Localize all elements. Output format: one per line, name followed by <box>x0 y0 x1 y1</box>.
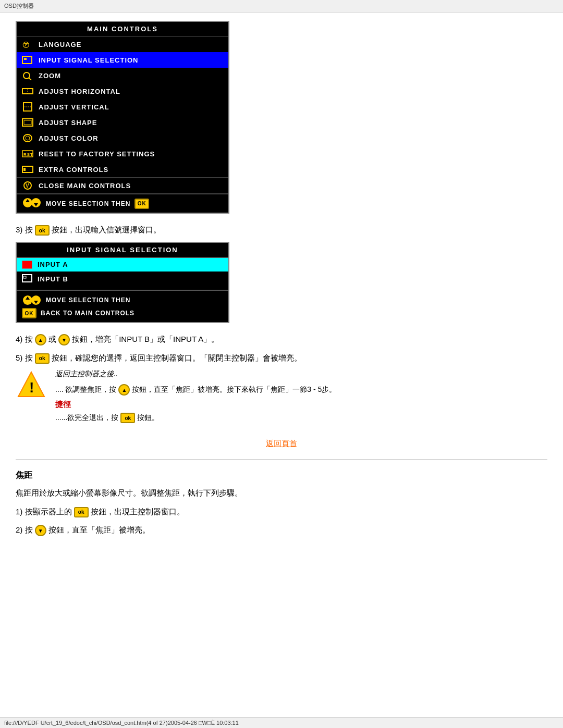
shortcut-label-row: 捷徑 <box>55 400 547 410</box>
input-item-b[interactable]: INPUT B <box>17 272 228 287</box>
input-menu-title: INPUT SIGNAL SELECTION <box>17 243 228 257</box>
svg-text:㋐: ㋐ <box>22 41 30 48</box>
top-bar-label: OSD控制器 <box>4 3 34 9</box>
menu-label-zoom: ZOOM <box>39 72 61 80</box>
input-signal-menu: INPUT SIGNAL SELECTION INPUT A INPUT B <box>16 242 229 324</box>
section-divider <box>16 459 547 460</box>
focal-step2: 2) 按 ▼ 按鈕，直至「焦距」被增亮。 <box>16 523 547 537</box>
input-footer-back-label: BACK TO MAIN CONTROLS <box>41 310 134 317</box>
svg-text:V: V <box>26 183 30 189</box>
menu-item-reset[interactable]: RST RESET TO FACTORY SETTINGS <box>17 146 228 162</box>
svg-point-3 <box>23 72 30 79</box>
menu-item-language[interactable]: ㋐ LANGUAGE <box>17 36 228 52</box>
input-footer-row2: OK BACK TO MAIN CONTROLS <box>22 307 223 319</box>
input-footer-move-label: MOVE SELECTION THEN <box>46 297 130 304</box>
focal-step2-text2: 按鈕，直至「焦距」被增亮。 <box>48 525 150 534</box>
horiz-icon <box>22 85 33 97</box>
menu-item-adjust-vertical[interactable]: ADJUST VERTICAL <box>17 99 228 115</box>
step3-paragraph: 3) 按 ok 按鈕，出現輸入信號選擇窗口。 <box>16 223 547 237</box>
shortcut-text-line2a: .... 欲調整焦距，按 <box>55 385 116 393</box>
svg-rect-24 <box>23 276 26 278</box>
shortcut-red-label: 捷徑 <box>55 400 71 409</box>
shortcut-text-line3b: 按鈕。 <box>137 413 159 422</box>
focal-step1: 1) 按顯示器上的 ok 按鈕，出現主控制器窗口。 <box>16 505 547 519</box>
main-content: MAIN CONTROLS ㋐ LANGUAGE INPUT SIGNAL SE… <box>0 13 563 550</box>
input-signal-icon <box>22 54 33 66</box>
footer-ok-btn: OK <box>134 199 149 209</box>
input-label-a: INPUT A <box>38 261 68 268</box>
zoom-icon <box>22 70 33 81</box>
shortcut-line3: ......欲完全退出，按 ok 按鈕。 <box>55 413 547 423</box>
main-menu-footer: MOVE SELECTION THEN OK <box>17 194 228 213</box>
menu-label-input-signal: INPUT SIGNAL SELECTION <box>39 56 139 64</box>
up-arrow-shortcut: ▲ <box>118 384 130 396</box>
top-bar: OSD控制器 <box>0 0 563 13</box>
input-b-icon <box>22 274 32 284</box>
step4-paragraph: 4) 按 ▲ 或 ▼ 按鈕，增亮「INPUT B」或「INPUT A」。 <box>16 332 547 346</box>
shortcut-line1: 返回主控制器之後.. <box>55 369 547 379</box>
step4-text1: 4) 按 <box>16 335 33 343</box>
menu-item-adjust-color[interactable]: ADJUST COLOR <box>17 130 228 146</box>
bottom-bar-text: file:///D/YEDF U/crt_19_6/edoc/t_chi/OSD… <box>4 720 239 726</box>
shape-icon <box>22 117 33 128</box>
shortcut-line2: .... 欲調整焦距，按 ▲ 按鈕，直至「焦距」被增亮。接下來執行「焦距」一節3… <box>55 384 547 396</box>
step4-text2: 按鈕，增亮「INPUT B」或「INPUT A」。 <box>72 335 219 343</box>
focal-step1-text1: 1) 按顯示器上的 <box>16 507 72 516</box>
step3-text2: 按鈕，出現輸入信號選擇窗口。 <box>52 225 161 234</box>
menu-label-shape: ADJUST SHAPE <box>39 119 97 127</box>
back-link-section: 返回頁首 <box>16 439 547 449</box>
menu-label-extra: EXTRA CONTROLS <box>39 166 108 174</box>
menu-item-input-signal[interactable]: INPUT SIGNAL SELECTION <box>17 52 228 68</box>
svg-text:RST: RST <box>23 152 33 157</box>
color-icon <box>22 132 33 144</box>
ok-icon: OK <box>134 199 149 209</box>
menu-label-reset: RESET TO FACTORY SETTINGS <box>39 150 155 158</box>
nav-up-down-icon <box>22 197 42 210</box>
shortcut-content: 返回主控制器之後.. .... 欲調整焦距，按 ▲ 按鈕，直至「焦距」被增亮。接… <box>55 369 547 423</box>
warning-triangle: ! <box>16 369 47 402</box>
extra-icon <box>22 164 33 175</box>
menu-label-language: LANGUAGE <box>39 41 81 48</box>
svg-point-12 <box>26 136 30 140</box>
down-arrow-focal: ▼ <box>35 525 46 536</box>
menu-label-horiz: ADJUST HORIZONTAL <box>39 88 120 95</box>
input-footer-row1: MOVE SELECTION THEN <box>22 293 223 307</box>
ok-button-step3: ok <box>35 225 50 236</box>
step3-text1: 3) 按 <box>16 225 33 234</box>
menu-item-close[interactable]: V CLOSE MAIN CONTROLS <box>17 178 228 193</box>
up-arrow-btn-step4: ▲ <box>35 334 46 346</box>
shortcut-section: ! 返回主控制器之後.. .... 欲調整焦距，按 ▲ 按鈕，直至「焦距」被增亮… <box>16 369 547 423</box>
focal-heading: 焦距 <box>16 470 547 481</box>
down-arrow-btn-step4: ▼ <box>58 334 70 346</box>
language-icon: ㋐ <box>22 39 33 50</box>
ok-icon-input: OK <box>22 308 36 318</box>
menu-label-vert: ADJUST VERTICAL <box>39 103 109 111</box>
menu-label-close: CLOSE MAIN CONTROLS <box>39 182 131 190</box>
input-a-icon <box>22 261 32 269</box>
svg-rect-16 <box>23 168 26 171</box>
menu-label-color: ADJUST COLOR <box>39 134 99 142</box>
section-focal: 焦距 焦距用於放大或縮小螢幕影像尺寸。欲調整焦距，執行下列步驟。 1) 按顯示器… <box>16 470 547 537</box>
close-icon: V <box>22 180 33 191</box>
menu-item-adjust-horizontal[interactable]: ADJUST HORIZONTAL <box>17 83 228 99</box>
step5-text1: 5) 按 <box>16 353 33 362</box>
input-label-b: INPUT B <box>38 275 68 283</box>
main-controls-menu: MAIN CONTROLS ㋐ LANGUAGE INPUT SIGNAL SE… <box>16 21 229 214</box>
menu-item-extra[interactable]: EXTRA CONTROLS <box>17 162 228 177</box>
svg-point-11 <box>23 134 32 142</box>
step4-or: 或 <box>48 335 56 343</box>
ok-button-focal1: ok <box>74 507 89 517</box>
focal-step2-text1: 2) 按 <box>16 525 33 534</box>
back-to-top-link[interactable]: 返回頁首 <box>266 439 297 448</box>
svg-rect-10 <box>24 120 31 125</box>
bottom-bar: file:///D/YEDF U/crt_19_6/edoc/t_chi/OSD… <box>0 717 563 728</box>
step5-paragraph: 5) 按 ok 按鈕，確認您的選擇，返回主控制器窗口。「關閉主控制器」會被增亮。 <box>16 351 547 365</box>
menu-item-adjust-shape[interactable]: ADJUST SHAPE <box>17 115 228 130</box>
footer-move-label: MOVE SELECTION THEN <box>46 200 130 207</box>
reset-icon: RST <box>22 148 33 159</box>
svg-text:!: ! <box>29 379 34 396</box>
menu-item-zoom[interactable]: ZOOM <box>17 68 228 83</box>
input-item-a[interactable]: INPUT A <box>17 258 228 272</box>
svg-rect-1 <box>22 56 32 64</box>
shortcut-back-text: 返回主控制器之後.. <box>55 369 118 378</box>
